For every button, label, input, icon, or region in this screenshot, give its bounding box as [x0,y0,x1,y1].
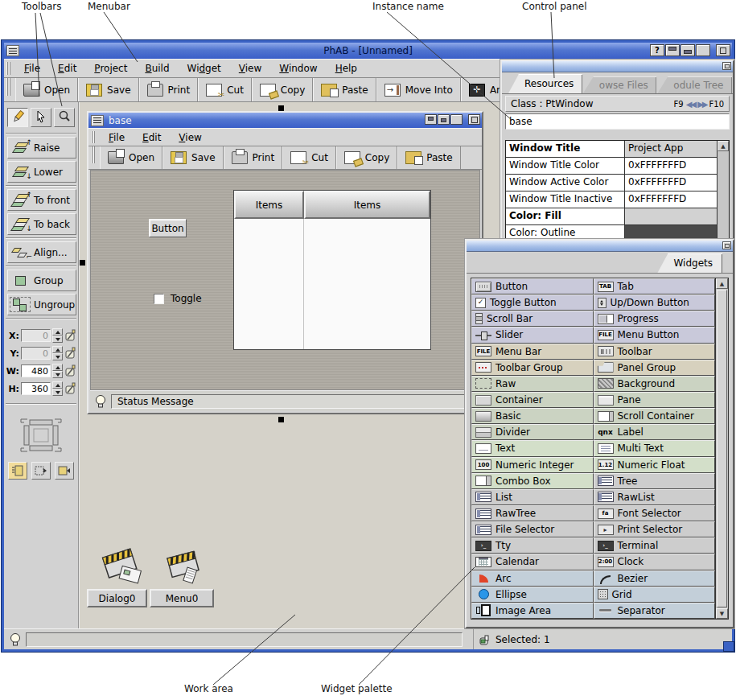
group-button[interactable]: Group [7,270,76,291]
palette-item-divider[interactable]: Divider [471,424,594,440]
palette-item-slider[interactable]: Slider [471,327,594,343]
main-titlebar[interactable]: PhAB - [Unnamed] ? [4,43,732,60]
tab-resources[interactable]: Resources [508,74,582,93]
to-back-button[interactable]: ↓To back [7,213,76,235]
list-header[interactable]: Items [304,191,430,219]
minimize-button[interactable] [665,44,680,56]
base-menu-item-view[interactable]: View [170,130,210,145]
toggle-checkbox[interactable] [154,294,164,304]
base-minimize-button[interactable] [425,114,437,125]
window-resize-grip[interactable] [723,641,734,652]
step-down-icon[interactable] [52,353,63,360]
palette-item-grid[interactable]: Grid [594,587,716,603]
palette-item-progress[interactable]: Progress [594,311,716,327]
palette-item-file-selector[interactable]: File Selector [471,521,594,537]
step-up-icon[interactable] [52,346,63,353]
palette-item-ellipse[interactable]: Ellipse [471,587,594,603]
palette-item-text[interactable]: Text [471,440,594,456]
h-field[interactable] [21,382,51,395]
h-stepper[interactable] [52,381,63,396]
base-menu-item-file[interactable]: File [100,130,134,145]
print-button[interactable]: Print [139,78,199,101]
resource-value[interactable]: 0xFFFFFFFD [625,158,717,174]
palette-item-up-down-button[interactable]: Up/Down Button [594,294,716,311]
dialog-module-icon[interactable] [97,546,147,588]
resources-window-button[interactable] [722,62,731,70]
toolbar-grip-handle[interactable] [6,78,10,96]
palette-item-menu-button[interactable]: FILEMenu Button [594,327,716,343]
base-cut-button[interactable]: Cut [282,146,336,169]
expand-panel-button[interactable] [55,462,74,480]
pen-lock-icon[interactable] [64,382,76,395]
palette-item-image-area[interactable]: Image Area [471,603,594,619]
palette-item-print-selector[interactable]: Print Selector [594,521,716,537]
w-stepper[interactable] [52,364,63,378]
palette-item-label[interactable]: qnxLabel [594,424,716,440]
resource-value[interactable] [625,208,717,224]
palette-item-tree[interactable]: Tree [594,473,716,489]
step-down-icon[interactable] [52,336,63,343]
palette-item-pane[interactable]: Pane [594,392,716,408]
menu-item-view[interactable]: View [230,61,270,76]
resource-value[interactable]: Project App [625,141,717,157]
base-menu-item-edit[interactable]: Edit [134,130,170,145]
palette-item-scroll-container[interactable]: Scroll Container [594,408,716,424]
palette-item-scroll-bar[interactable]: Scroll Bar [471,311,594,327]
base-restore-button[interactable] [450,114,463,125]
step-up-icon[interactable] [52,364,63,371]
base-module-window[interactable]: base FileEditView OpenSavePrintCutCopyPa… [87,111,483,414]
restore-button[interactable] [696,44,710,56]
menu-item-build[interactable]: Build [136,61,178,76]
palette-item-basic[interactable]: Basic [471,408,594,424]
pointer-tool-button[interactable] [31,108,51,127]
palette-item-numeric-integer[interactable]: 100Numeric Integer [471,457,594,473]
palette-titlebar[interactable] [467,241,733,252]
scroll-up-icon[interactable]: ▲ [716,278,728,289]
close-button[interactable] [716,44,730,56]
menu-item-help[interactable]: Help [327,61,366,76]
paste-button[interactable]: Paste [313,78,376,101]
base-content-canvas[interactable]: Button Items Items Toggle [90,170,480,390]
save-button[interactable]: Save [78,78,138,101]
base-copy-button[interactable]: Copy [336,146,397,169]
base-close-button[interactable] [468,114,480,125]
palette-item-terminal[interactable]: Terminal [594,537,716,554]
pen-lock-icon[interactable] [64,364,76,377]
palette-item-multi-text[interactable]: Multi Text [594,440,716,456]
scroll-down-icon[interactable]: ▼ [716,608,728,619]
palette-item-combo-box[interactable]: Combo Box [471,473,594,489]
y-field[interactable] [21,347,51,360]
magnifier-tool-button[interactable] [54,108,75,127]
open-button[interactable]: Open [15,78,78,101]
palette-item-tab[interactable]: TABTab [594,278,716,294]
toggle-widget[interactable]: Toggle [154,293,202,304]
move-into-button[interactable]: Move Into [376,78,461,101]
next-resource-icon[interactable]: ▶▶ [697,100,706,109]
ungroup-button[interactable]: Ungroup [7,294,76,315]
resource-row-window-active-color[interactable]: Window Active Color0xFFFFFFFD [506,175,717,191]
palette-item-list[interactable]: List [471,489,594,505]
base-window-menu-icon[interactable] [91,115,104,126]
palette-item-bezier[interactable]: Bezier [594,570,716,587]
x-stepper[interactable] [52,328,63,343]
resources-titlebar[interactable] [502,61,733,72]
step-up-icon[interactable] [52,328,63,336]
palette-item-panel-group[interactable]: Panel Group [594,360,716,376]
anchor-frame-indicator[interactable] [18,414,64,457]
resource-row-window-title-color[interactable]: Window Title Color0xFFFFFFFD [506,158,717,175]
palette-item-menu-bar[interactable]: FILEMenu Bar [471,344,594,360]
menu-item-widget[interactable]: Widget [179,61,230,76]
palette-item-font-selector[interactable]: faFont Selector [594,505,716,521]
prev-resource-icon[interactable]: ◀◀ [686,100,695,109]
menu-module-label[interactable]: Menu0 [150,589,214,607]
palette-item-rawtree[interactable]: RawTree [471,505,594,521]
menubar-grip-handle[interactable] [6,62,10,76]
resource-value[interactable]: 0xFFFFFFFD [625,191,717,208]
palette-item-separator[interactable]: Separator [594,603,716,619]
palette-item-tty[interactable]: Tty [471,537,594,554]
base-save-button[interactable]: Save [162,146,223,169]
selection-handle-top[interactable] [278,105,284,111]
menu-item-file[interactable]: File [15,61,49,76]
selection-handle-bottom[interactable] [278,417,284,422]
dialog-module-label[interactable]: Dialog0 [87,589,147,607]
